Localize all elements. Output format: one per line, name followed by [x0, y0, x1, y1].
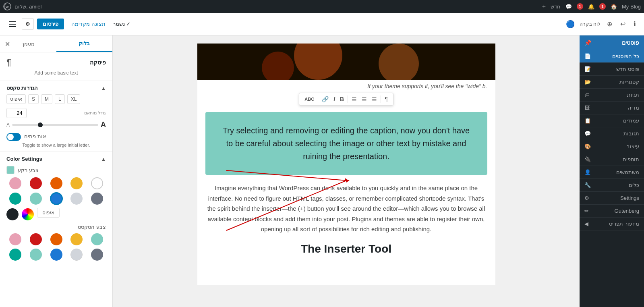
color-swatch-red[interactable]: [30, 177, 42, 189]
check-icon: ✓: [126, 21, 130, 27]
drop-cap-toggle[interactable]: [6, 133, 21, 141]
color-swatch-gray-light[interactable]: [70, 193, 83, 205]
body-paragraph: Imagine everything that WordPress can do…: [205, 183, 487, 234]
inline-link-button[interactable]: 🔗: [320, 95, 331, 104]
section-heading: The Inserter Tool: [197, 243, 495, 259]
sidebar-close-button[interactable]: ✕: [3, 38, 12, 49]
admin-menu-item-posts[interactable]: כל הפוסטים 📄: [580, 50, 644, 63]
color-swatch-pink[interactable]: [9, 177, 21, 189]
size-reset-button[interactable]: איפוס: [6, 94, 26, 104]
drop-cap-desc: Toggle to show a large initial letter.: [6, 143, 106, 147]
admin-bar-bell[interactable]: 🔔: [588, 4, 594, 10]
admin-bar-new[interactable]: חדש: [551, 4, 561, 10]
admin-menu-item-appearance[interactable]: עיצוב 🎨: [580, 140, 644, 153]
inline-align-center-button[interactable]: ☰: [360, 95, 369, 104]
gradient-color-swatch[interactable]: [22, 208, 34, 220]
more-icon: ⊕: [607, 21, 612, 27]
publish-button[interactable]: פירסום: [37, 19, 64, 29]
saved-label: נשמר: [113, 21, 125, 27]
inline-abc-button[interactable]: ABC: [302, 95, 316, 103]
size-slider-track[interactable]: [12, 124, 98, 126]
admin-menu-item-media[interactable]: מדיה 🖼: [580, 102, 644, 114]
admin-sidebar-pin-icon[interactable]: 📌: [584, 39, 591, 46]
tab-block[interactable]: בלוק: [56, 35, 113, 52]
inline-sep2: [348, 95, 348, 103]
inline-align-left-button[interactable]: ☰: [350, 95, 359, 104]
settings-button[interactable]: ⚙: [22, 18, 34, 30]
custom-size-input[interactable]: [6, 108, 27, 118]
admin-menu-item-tags[interactable]: תגיות 🏷: [580, 89, 644, 102]
color-swatch-teal[interactable]: [9, 193, 21, 205]
admin-menu-item-settings[interactable]: Settings ⚙: [580, 192, 644, 205]
text-swatch-green[interactable]: [9, 249, 21, 261]
admin-bar-sitename[interactable]: My Blog: [622, 4, 641, 10]
admin-bar-plus[interactable]: +: [542, 3, 546, 10]
sidebar-toggle-button[interactable]: [6, 19, 19, 29]
color-swatch-orange[interactable]: [50, 177, 62, 189]
text-settings-title: הגדרות טקסט: [6, 85, 38, 91]
editor-content: .If your theme supports it, you'll see t…: [197, 44, 495, 285]
undo-icon: ↩: [620, 21, 625, 27]
comments-icon: 💬: [584, 131, 591, 137]
text-settings-arrow: ▲: [101, 85, 106, 91]
text-swatch-yellow[interactable]: [70, 233, 83, 245]
saved-button[interactable]: נשמר ✓: [113, 21, 131, 27]
text-swatch-red[interactable]: [30, 233, 42, 245]
admin-menu-item-collapse[interactable]: מיזעור תפריט ◀: [580, 218, 644, 230]
users-label: משתמשים: [616, 169, 639, 175]
admin-sidebar-title: פוסטים: [622, 39, 639, 46]
body-text: Imagine everything that WordPress can do…: [197, 183, 495, 243]
size-slider-thumb[interactable]: [38, 122, 43, 127]
admin-menu-item-tools[interactable]: כלים 🔧: [580, 179, 644, 192]
admin-bar-home-icon[interactable]: 🏠: [611, 4, 617, 10]
inline-bold-button[interactable]: B: [338, 95, 346, 104]
admin-menu-item-pages[interactable]: עמודים 📋: [580, 114, 644, 127]
inline-italic-button[interactable]: I: [331, 95, 337, 104]
size-l-button[interactable]: L: [55, 94, 65, 104]
sidebar-scroll: פיסקה ¶ Add some basic text ▲ הגדרות טקס…: [0, 52, 112, 307]
admin-bar: W שלום, amiel My Blog 🏠 1 🔔 1 💬 חדש +: [0, 0, 644, 13]
update-badge: 1: [599, 3, 606, 10]
preview-button[interactable]: תצוגה מקדימה: [67, 19, 110, 29]
info-button[interactable]: ℹ: [632, 19, 638, 29]
admin-menu-item-new-post[interactable]: פוסט חדש 📝: [580, 63, 644, 76]
inline-align-right-button[interactable]: ☰: [370, 95, 379, 104]
color-settings-header[interactable]: ▲ Color Settings: [6, 156, 106, 162]
text-swatch-gray-dark[interactable]: [91, 249, 103, 261]
color-reset-button[interactable]: איפוס: [37, 208, 60, 218]
color-swatch-outline[interactable]: [91, 177, 103, 189]
color-swatch-gray-dark[interactable]: [91, 193, 103, 205]
undo-button[interactable]: ↩: [619, 19, 627, 29]
media-icon: 🖼: [584, 105, 590, 111]
admin-menu-item-users[interactable]: משתמשים 👤: [580, 166, 644, 179]
color-swatch-yellow[interactable]: [70, 177, 83, 189]
size-xl-button[interactable]: XL: [67, 94, 81, 104]
text-swatch-blue[interactable]: [50, 249, 62, 261]
admin-menu-item-categories[interactable]: קטגוריות 📂: [580, 76, 644, 89]
bg-color-preview[interactable]: [6, 166, 14, 174]
admin-sidebar: פוסטים 📌 כל הפוסטים 📄 פוסט חדש 📝 קטגוריו…: [580, 35, 644, 307]
toggle-knob: [7, 134, 14, 140]
new-post-label: פוסט חדש: [616, 66, 639, 72]
admin-bar-comments[interactable]: 💬: [565, 4, 572, 10]
text-settings-header[interactable]: ▲ הגדרות טקסט: [6, 85, 106, 91]
admin-menu-item-gutenberg[interactable]: Gutenberg ✏: [580, 205, 644, 218]
users-icon: 👤: [584, 169, 591, 175]
gutenberg-label: Gutenberg: [615, 208, 639, 214]
text-swatch-teal[interactable]: [30, 249, 42, 261]
admin-menu-item-comments[interactable]: תגובות 💬: [580, 127, 644, 140]
text-swatch-pink[interactable]: [9, 233, 21, 245]
text-swatch-gray-light[interactable]: [70, 249, 83, 261]
admin-menu-item-plugins[interactable]: תוספים 🔌: [580, 153, 644, 166]
size-s-button[interactable]: S: [28, 94, 39, 104]
text-swatch-orange[interactable]: [50, 233, 62, 245]
color-swatch-blue[interactable]: [50, 193, 62, 205]
color-swatch-black[interactable]: [6, 208, 19, 220]
size-m-button[interactable]: M: [41, 94, 52, 104]
text-swatch-teal-light[interactable]: [91, 233, 103, 245]
color-swatch-teal-light[interactable]: [30, 193, 42, 205]
caption-text[interactable]: .If your theme supports it, you'll see t…: [197, 80, 495, 93]
inline-more-button[interactable]: ¶: [383, 95, 390, 104]
more-button[interactable]: ⊕: [605, 19, 614, 29]
teal-block[interactable]: Try selecting and removing or editing th…: [205, 112, 487, 175]
